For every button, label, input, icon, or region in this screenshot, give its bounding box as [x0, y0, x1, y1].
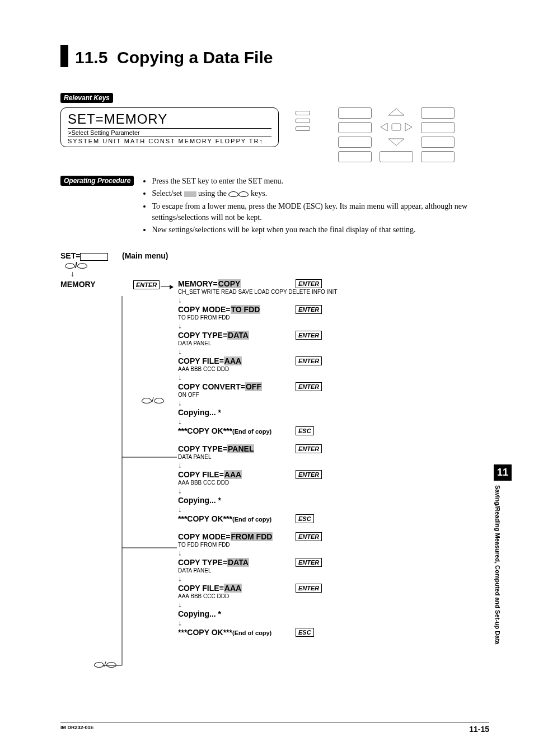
flow-step-options: TO FDD FROM FDD [178, 314, 489, 321]
flow-step-main: Copying... * [178, 609, 489, 618]
down-key-icon [238, 191, 249, 197]
page-number: 11-15 [469, 725, 489, 734]
flow-step-main: COPY TYPE=PANEL [178, 444, 489, 453]
dpad-down-icon [380, 137, 413, 148]
section-title-text: Copying a Data File [117, 48, 273, 67]
enter-key-icon: ENTER [296, 584, 322, 593]
flow-step-main: Copying... * [178, 496, 489, 505]
softkey-icon [296, 126, 310, 131]
bullet-text: Select/set [152, 189, 184, 198]
bullet-text: using the [198, 189, 228, 198]
enter-key-icon: ENTER [296, 279, 322, 288]
dpad-up-icon [380, 107, 413, 119]
dpad-center-icon [380, 122, 413, 133]
footer-left: IM DR232-01E [60, 725, 94, 734]
down-arrow-icon: ↓ [178, 549, 489, 557]
down-key-icon [77, 263, 87, 269]
enter-key-icon: ENTER [296, 558, 322, 567]
enter-key-icon: ENTER [296, 532, 322, 541]
enter-key-icon: ENTER [296, 444, 322, 453]
flow-step: COPY MODE=FROM FDDTO FDD FROM FDDENTER↓ [178, 532, 489, 557]
flow-step-main: COPY FILE=AAA [178, 584, 489, 593]
flow-step-options: CH_SET WRITE READ SAVE LOAD COPY DELETE … [178, 289, 489, 295]
down-arrow-icon: ↓ [178, 600, 489, 608]
key-icon [421, 151, 455, 162]
lcd-menu-line: SYSTEM UNIT MATH CONST MEMORY FLOPPY TR↑ [68, 137, 271, 144]
flow-step: COPY FILE=AAAAAA BBB CCC DDDENTER↓ [178, 356, 489, 381]
section-title: 11.5 Copying a Data File [75, 45, 273, 67]
input-box-icon [80, 253, 108, 261]
title-block-decoration [60, 45, 68, 67]
flow-step-options: AAA BBB CCC DDD [178, 593, 489, 600]
relevant-keys-label: Relevant Keys [60, 93, 113, 103]
flow-step-main: ***COPY OK***(End of copy) [178, 628, 489, 637]
svg-rect-2 [392, 124, 401, 130]
enter-key-icon: ENTER [296, 331, 322, 340]
bullet-text: Press the SET key to enter the SET menu. [152, 177, 283, 185]
flow-set-row: SET= (Main menu) [60, 251, 489, 260]
flow-step-main: COPY MODE=FROM FDD [178, 532, 489, 541]
key-icon [338, 137, 372, 148]
chapter-label: Saving/Reading Measured, Computed and Se… [494, 485, 501, 644]
flow-step-main: COPY TYPE=DATA [178, 331, 489, 340]
enter-key-icon: ENTER [133, 280, 160, 289]
down-arrow-icon: ↓ [178, 399, 489, 407]
bullet-item: Press the SET key to enter the SET menu. [152, 176, 489, 187]
down-arrow-icon: ↓ [178, 373, 489, 381]
svg-marker-3 [405, 123, 412, 131]
key-icon [338, 122, 372, 133]
svg-marker-4 [388, 139, 404, 145]
enter-key-icon: ENTER [296, 382, 322, 391]
bullet-item: New settings/selections will be kept whe… [152, 224, 489, 236]
key-icon [338, 151, 372, 162]
down-arrow-icon: ↓ [178, 296, 489, 304]
enter-key-icon: ENTER [296, 356, 322, 365]
page-footer: IM DR232-01E 11-15 [60, 722, 489, 734]
bullet-item: Select/set using the keys. [152, 188, 489, 199]
up-down-keys-icon: / [142, 396, 164, 404]
softkey-icon [296, 119, 310, 123]
key-icon [380, 151, 413, 162]
flow-step-main: Copying... * [178, 408, 489, 417]
flow-step: COPY FILE=AAAAAA BBB CCC DDDENTER↓ [178, 584, 489, 608]
esc-key-icon: ESC [296, 514, 314, 523]
flow-step: COPY FILE=AAAAAA BBB CCC DDDENTER↓ [178, 470, 489, 495]
flow-step-options: DATA PANEL [178, 340, 489, 347]
flow-step-options: TO FDD FROM FDD [178, 542, 489, 548]
flow-step: Copying... *↓ [178, 408, 489, 425]
key-icon [421, 107, 455, 119]
flow-step-main: COPY CONVERT=OFF [178, 382, 489, 391]
flow-step-main: COPY MODE=TO FDD [178, 305, 489, 314]
flow-step: Copying... *↓ [178, 496, 489, 513]
menu-flow-diagram: SET= (Main menu) / ↓ MEMORY ENTER / / [60, 251, 489, 636]
operating-procedure-section: Operating Procedure Press the SET key to… [60, 176, 489, 237]
flow-step: COPY TYPE=DATADATA PANELENTER↓ [178, 558, 489, 583]
svg-marker-0 [388, 109, 404, 115]
flow-step-options: DATA PANEL [178, 454, 489, 461]
highlight-chip-icon [184, 191, 196, 197]
lcd-main-line: SET=MEMORY [68, 111, 271, 127]
down-arrow-icon: ↓ [178, 619, 489, 627]
flow-step: ***COPY OK***(End of copy)ESC [178, 426, 489, 435]
relevant-keys-section: Relevant Keys SET=MEMORY >Select Setting… [60, 93, 489, 162]
flow-step-main: COPY FILE=AAA [178, 356, 489, 365]
bullet-item: To escape from a lower menu, press the M… [152, 201, 489, 224]
down-arrow-icon: ↓ [178, 505, 489, 513]
flow-items-list: MEMORY=COPYCH_SET WRITE READ SAVE LOAD C… [178, 279, 489, 637]
chapter-number: 11 [494, 464, 512, 481]
flow-step: MEMORY=COPYCH_SET WRITE READ SAVE LOAD C… [178, 279, 489, 304]
flow-step: ***COPY OK***(End of copy)ESC [178, 514, 489, 523]
up-down-keys-icon: / [94, 660, 116, 668]
down-arrow-icon: ↓ [178, 322, 489, 330]
flow-step-main: COPY FILE=AAA [178, 470, 489, 479]
softkey-column [296, 111, 310, 131]
memory-label: MEMORY [60, 280, 122, 289]
down-arrow-icon: ↓ [71, 270, 489, 278]
key-icon [338, 107, 372, 119]
down-arrow-icon: ↓ [178, 461, 489, 469]
flow-step-main: MEMORY=COPY [178, 279, 489, 288]
set-label: SET= [60, 251, 80, 260]
down-arrow-icon: ↓ [178, 575, 489, 583]
down-arrow-icon: ↓ [178, 487, 489, 495]
softkey-icon [296, 111, 310, 115]
